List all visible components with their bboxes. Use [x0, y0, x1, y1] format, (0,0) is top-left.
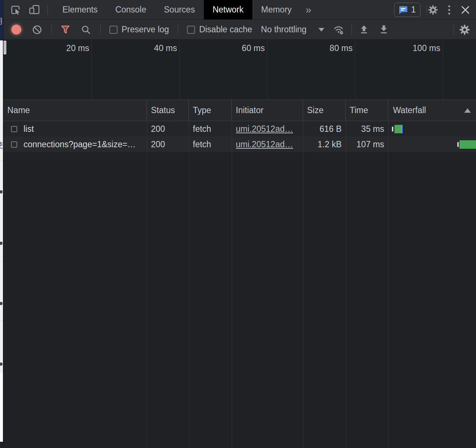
column-header-name[interactable]: Name: [3, 100, 147, 121]
toolbar-divider: [178, 25, 178, 35]
chevron-down-icon[interactable]: [318, 28, 324, 32]
issues-message-icon: [398, 6, 408, 14]
page-text-fragment: 使: [0, 140, 3, 150]
upload-icon: [359, 25, 369, 35]
timeline-tick-label: 100 ms: [400, 43, 440, 53]
inspect-element-button[interactable]: [9, 4, 22, 16]
network-conditions-button[interactable]: [332, 24, 345, 36]
waterfall-cell: [388, 121, 476, 137]
close-devtools-button[interactable]: [459, 4, 472, 16]
preserve-log-checkbox[interactable]: [109, 26, 118, 34]
column-header-waterfall[interactable]: Waterfall: [388, 100, 476, 121]
clear-network-log-button[interactable]: [31, 24, 43, 36]
kebab-menu-icon: [448, 4, 451, 15]
initiator-link[interactable]: umi.20512ad…: [236, 124, 293, 134]
table-row[interactable]: connections?page=1&size=… 200 fetch umi.…: [3, 137, 476, 152]
panel-tabs: Elements Console Sources Network Memory: [54, 0, 300, 19]
record-network-log-button[interactable]: [11, 25, 21, 35]
request-name: connections?page=1&size=…: [24, 140, 136, 149]
waterfall-cell: [388, 137, 476, 152]
page-divider-fragment: [0, 320, 3, 321]
toolbar-divider: [51, 25, 52, 35]
timeline-tick-label: 60 ms: [224, 43, 265, 53]
tab-sources[interactable]: Sources: [155, 0, 203, 19]
toggle-device-toolbar-button[interactable]: [28, 4, 41, 16]
background-page-bottom-fragment: [0, 442, 3, 448]
close-icon: [461, 6, 470, 14]
request-type: fetch: [189, 137, 232, 152]
request-status: 200: [147, 137, 189, 152]
network-settings-button[interactable]: [458, 24, 471, 36]
column-header-type[interactable]: Type: [189, 100, 232, 121]
toolbar-divider: [454, 25, 454, 35]
column-header-size[interactable]: Size: [303, 100, 346, 121]
tab-memory[interactable]: Memory: [252, 0, 300, 19]
request-time: 107 ms: [346, 137, 388, 152]
network-overview-timeline[interactable]: 20 ms40 ms60 ms80 ms100 ms: [3, 40, 476, 100]
preserve-log-label[interactable]: Preserve log: [122, 25, 169, 35]
device-toolbar-icon: [29, 4, 40, 15]
tabbar-divider: [47, 5, 48, 15]
waterfall-bar-download: [459, 140, 476, 149]
waterfall-bar-blue: [401, 125, 403, 133]
waterfall-bar-download: [394, 125, 401, 133]
tab-elements[interactable]: Elements: [54, 0, 107, 19]
disable-cache-checkbox[interactable]: [187, 26, 195, 34]
filter-button[interactable]: [59, 24, 72, 36]
export-har-button[interactable]: [378, 24, 390, 36]
import-har-button[interactable]: [358, 24, 370, 36]
gear-icon: [459, 24, 470, 35]
column-header-initiator[interactable]: Initiator: [232, 100, 303, 121]
request-table-body: list 200 fetch umi.20512ad… 616 B 35 ms …: [3, 121, 476, 448]
request-table-header: Name Status Type Initiator Size Time Wat…: [3, 100, 476, 121]
page-divider-fragment: [0, 160, 3, 161]
background-page-footer-fragment: [0, 373, 3, 442]
network-conditions-icon: [333, 25, 344, 35]
request-name: list: [24, 124, 34, 134]
background-page-header-fragment: 用: [0, 0, 3, 40]
page-avatar-fragment: [0, 302, 3, 305]
row-checkbox[interactable]: [11, 126, 17, 132]
throttling-select[interactable]: No throttling: [261, 25, 307, 35]
more-tabs-button[interactable]: »: [306, 5, 311, 15]
column-header-status[interactable]: Status: [147, 100, 189, 121]
page-avatar-fragment: [0, 190, 3, 194]
inspect-cursor-icon: [10, 4, 21, 15]
issues-counter-button[interactable]: 1: [394, 3, 421, 17]
page-avatar-fragment: [0, 362, 3, 366]
overview-selection-handle[interactable]: [4, 41, 6, 54]
initiator-link[interactable]: umi.20512ad…: [236, 140, 293, 149]
timeline-gridline: [355, 40, 355, 100]
clear-icon: [32, 25, 42, 35]
request-size: 616 B: [303, 121, 346, 137]
disable-cache-label[interactable]: Disable cache: [199, 25, 252, 35]
devtools-panel: Elements Console Sources Network Memory …: [3, 0, 476, 448]
column-header-time[interactable]: Time: [346, 100, 388, 121]
search-button[interactable]: [80, 24, 92, 36]
page-avatar-fragment: [0, 242, 3, 245]
network-toolbar: Preserve log Disable cache No throttling: [3, 20, 476, 40]
timeline-gridline: [443, 40, 443, 100]
background-page-body-fragment: 使: [0, 40, 3, 373]
issues-count: 1: [411, 5, 416, 15]
timeline-tick-label: 80 ms: [312, 43, 353, 53]
filter-funnel-icon: [60, 25, 71, 35]
timeline-gridline: [91, 40, 92, 100]
devtools-menu-button[interactable]: [443, 4, 455, 16]
page-divider-fragment: [0, 261, 3, 261]
download-icon: [379, 25, 389, 35]
timeline-gridline: [179, 40, 180, 100]
timeline-tick-label: 20 ms: [49, 43, 89, 53]
tab-network[interactable]: Network: [204, 0, 252, 19]
devtools-tabbar: Elements Console Sources Network Memory …: [3, 0, 476, 20]
devtools-settings-button[interactable]: [427, 4, 439, 16]
waterfall-bar-tick: [392, 127, 393, 131]
tab-console[interactable]: Console: [107, 0, 155, 19]
row-checkbox[interactable]: [11, 141, 17, 148]
toolbar-divider: [100, 25, 101, 35]
request-time: 35 ms: [346, 121, 388, 137]
waterfall-bar-tick: [457, 142, 459, 147]
gear-icon: [428, 5, 438, 15]
request-type: fetch: [189, 121, 232, 137]
table-row[interactable]: list 200 fetch umi.20512ad… 616 B 35 ms: [3, 121, 476, 137]
